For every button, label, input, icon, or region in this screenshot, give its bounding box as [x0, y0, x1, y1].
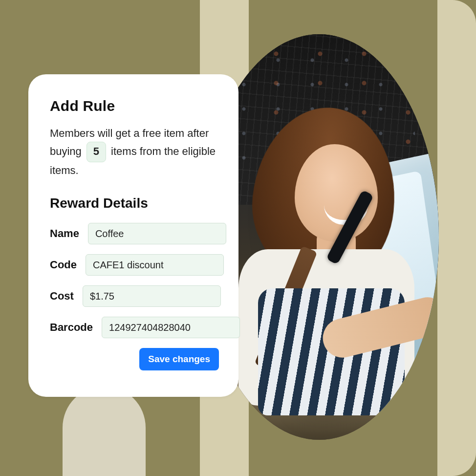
name-label: Name	[50, 227, 79, 240]
reward-details-heading: Reward Details	[50, 195, 219, 211]
add-rule-card: Add Rule Members will get a free item af…	[28, 74, 238, 397]
item-count-input[interactable]: 5	[87, 142, 106, 162]
bg-stripe	[437, 0, 476, 476]
card-title: Add Rule	[50, 98, 219, 114]
bg-pill-shape	[63, 386, 146, 476]
cost-label: Cost	[50, 290, 74, 303]
rule-description: Members will get a free item after buyin…	[50, 125, 219, 179]
cost-input[interactable]	[83, 285, 221, 307]
code-input[interactable]	[86, 254, 224, 276]
barcode-input[interactable]	[102, 317, 240, 338]
name-input[interactable]	[88, 223, 226, 244]
code-label: Code	[50, 259, 77, 271]
promo-stage: Add Rule Members will get a free item af…	[0, 0, 476, 476]
barcode-label: Barcode	[50, 321, 93, 334]
save-changes-button[interactable]: Save changes	[139, 348, 219, 370]
